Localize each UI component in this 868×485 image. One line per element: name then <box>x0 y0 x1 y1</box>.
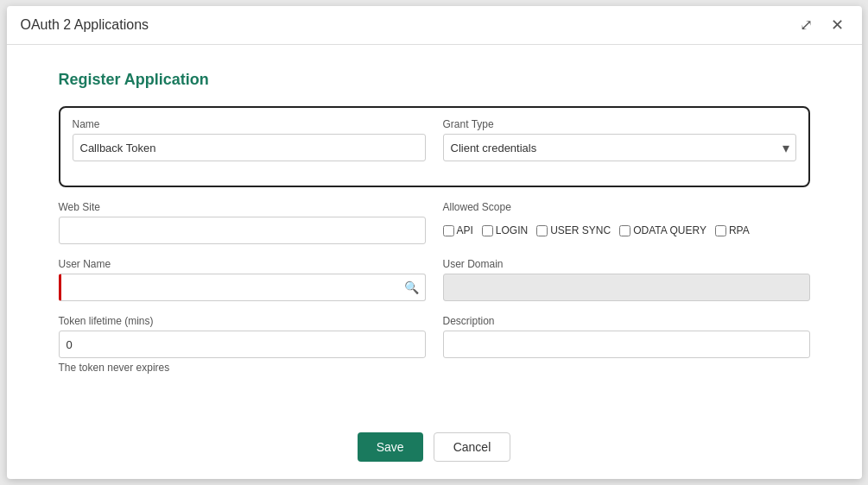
modal-header: OAuth 2 Applications ⤢ ✕ <box>7 6 862 45</box>
token-lifetime-group: Token lifetime (mins) The token never ex… <box>59 315 426 374</box>
expand-icon[interactable]: ⤢ <box>796 15 817 35</box>
grant-type-label: Grant Type <box>443 118 796 130</box>
username-input-wrapper: 🔍 <box>59 274 426 301</box>
token-lifetime-label: Token lifetime (mins) <box>59 315 426 327</box>
website-scope-row: Web Site Allowed Scope API LOGIN <box>59 201 810 244</box>
website-label: Web Site <box>59 201 426 213</box>
username-group: User Name 🔍 <box>59 258 426 301</box>
website-input[interactable] <box>59 217 426 244</box>
scope-rpa-checkbox[interactable] <box>715 225 726 236</box>
scope-api-label: API <box>457 224 473 236</box>
checkboxes: API LOGIN USER SYNC ODATA QUERY <box>443 217 810 244</box>
modal-body: Register Application Name Grant Type Cli… <box>7 45 862 424</box>
section-title: Register Application <box>59 71 810 89</box>
cancel-button[interactable]: Cancel <box>434 432 511 462</box>
scope-user-sync-item: USER SYNC <box>536 224 611 236</box>
username-input[interactable] <box>59 274 426 301</box>
highlight-box: Name Grant Type Client credentials Autho… <box>59 106 810 187</box>
user-domain-label: User Domain <box>443 258 810 270</box>
username-domain-row: User Name 🔍 User Domain <box>59 258 810 301</box>
username-label: User Name <box>59 258 426 270</box>
modal-title: OAuth 2 Applications <box>21 17 149 33</box>
user-domain-group: User Domain <box>443 258 810 301</box>
save-button[interactable]: Save <box>358 432 423 462</box>
name-input[interactable] <box>73 134 426 161</box>
scope-api-item: API <box>443 224 473 236</box>
allowed-scope-label: Allowed Scope <box>443 201 810 213</box>
header-icons: ⤢ ✕ <box>796 15 848 35</box>
scope-odata-item: ODATA QUERY <box>619 224 706 236</box>
name-label: Name <box>73 118 426 130</box>
scope-login-label: LOGIN <box>496 224 528 236</box>
scope-rpa-item: RPA <box>715 224 750 236</box>
oauth-modal: OAuth 2 Applications ⤢ ✕ Register Applic… <box>7 6 862 479</box>
token-lifetime-input[interactable] <box>59 331 426 358</box>
scope-user-sync-label: USER SYNC <box>550 224 611 236</box>
scope-login-checkbox[interactable] <box>482 225 493 236</box>
grant-type-select[interactable]: Client credentials Authorization code Im… <box>443 134 796 161</box>
description-label: Description <box>443 315 810 327</box>
name-group: Name <box>73 118 426 161</box>
close-icon[interactable]: ✕ <box>827 15 848 35</box>
modal-footer: Save Cancel <box>7 424 862 479</box>
description-group: Description <box>443 315 810 374</box>
grant-type-select-wrapper: Client credentials Authorization code Im… <box>443 134 796 161</box>
scope-api-checkbox[interactable] <box>443 225 454 236</box>
website-group: Web Site <box>59 201 426 244</box>
user-domain-input <box>443 274 810 301</box>
name-grant-row: Name Grant Type Client credentials Autho… <box>73 118 796 161</box>
scope-odata-checkbox[interactable] <box>619 225 630 236</box>
scope-rpa-label: RPA <box>729 224 750 236</box>
grant-type-group: Grant Type Client credentials Authorizat… <box>443 118 796 161</box>
token-hint: The token never expires <box>59 362 426 374</box>
scope-user-sync-checkbox[interactable] <box>536 225 548 236</box>
scope-odata-label: ODATA QUERY <box>633 224 706 236</box>
description-input[interactable] <box>443 331 810 358</box>
allowed-scope-group: Allowed Scope API LOGIN USER SYNC <box>443 201 810 244</box>
scope-login-item: LOGIN <box>482 224 528 236</box>
token-description-row: Token lifetime (mins) The token never ex… <box>59 315 810 374</box>
